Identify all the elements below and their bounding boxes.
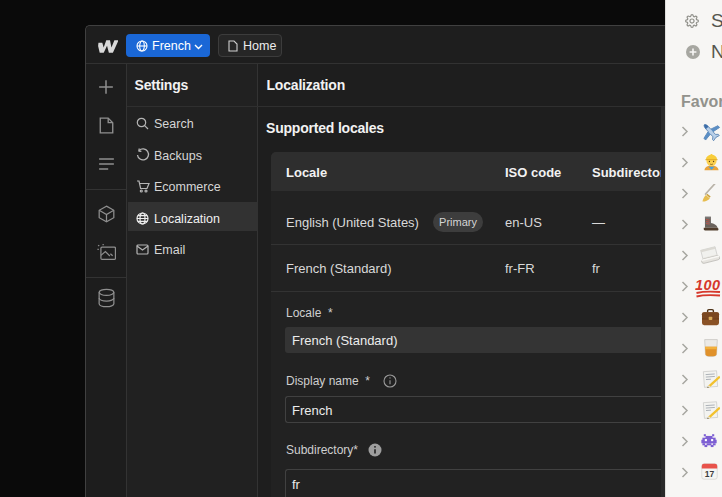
svg-text:100: 100 [695, 277, 720, 293]
svg-text:17: 17 [705, 469, 715, 479]
